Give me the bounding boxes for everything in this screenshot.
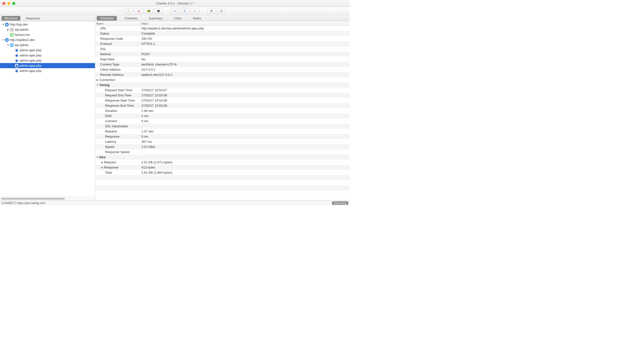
tree-row[interactable]: favicon.ico <box>0 32 95 37</box>
folder-icon <box>10 43 14 47</box>
disclosure-icon[interactable]: ▶ <box>101 166 104 169</box>
detail-row[interactable]: Latency367 ms <box>95 139 350 144</box>
detail-row[interactable]: SSL Handshake- <box>95 124 350 129</box>
throttle-button[interactable]: 🐢 <box>144 8 153 14</box>
file-icon: ⬤ <box>15 64 19 68</box>
detail-value: 200 OK <box>140 37 350 40</box>
tree-row[interactable]: ⬤admin-ajax.php <box>0 68 95 73</box>
tab-overview[interactable]: Overview <box>97 16 117 21</box>
zoom-icon[interactable] <box>12 2 15 5</box>
detail-row[interactable]: DNS2 ms <box>95 113 350 118</box>
breakpoints-button[interactable]: ⬢ <box>154 8 163 14</box>
detail-value: text/html; charset=UTF-8 <box>140 63 350 66</box>
tab-summary[interactable]: Summary <box>145 16 166 21</box>
detail-row[interactable]: ▼Timing <box>95 82 350 88</box>
disclosure-icon[interactable]: ▶ <box>7 28 9 31</box>
tab-chart[interactable]: Chart <box>170 16 185 21</box>
tree-row[interactable]: ⬤admin-ajax.php <box>0 63 95 68</box>
file-icon: ⬤ <box>15 53 19 57</box>
disclosure-icon[interactable]: ▼ <box>96 84 99 86</box>
tab-sequence[interactable]: Sequence <box>23 16 43 21</box>
disclosure-icon[interactable]: ▼ <box>2 39 4 41</box>
sidebar-tabs: Structure Sequence <box>0 15 95 21</box>
detail-row[interactable]: ▶Request2.51 KB (2,571 bytes) <box>95 160 350 165</box>
col-value[interactable]: Value <box>140 21 350 26</box>
detail-name: SSL Handshake <box>105 124 128 128</box>
tree-row[interactable]: ▼●http://wpdev2.dev <box>0 37 95 42</box>
detail-row[interactable]: Content-Typetext/html; charset=UTF-8 <box>95 62 350 67</box>
minimize-icon[interactable] <box>7 2 10 5</box>
detail-row[interactable]: ▶Response413 bytes <box>95 165 350 170</box>
gear-icon: ⚙ <box>220 9 223 13</box>
disclosure-icon[interactable]: ▶ <box>96 78 99 81</box>
detail-name: Request <box>105 130 117 133</box>
compose-button[interactable]: ✏ <box>171 8 180 14</box>
detail-row[interactable]: Response Start Time27/03/17 10:53:08 <box>95 98 350 103</box>
detail-row[interactable]: Request End Time27/03/17 10:53:08 <box>95 93 350 98</box>
disclosure-icon[interactable]: ▼ <box>7 44 9 46</box>
detail-rows[interactable]: URLhttp://wpdev2.dev/wp-admin/admin-ajax… <box>95 26 350 200</box>
tree-label: wp-admin <box>15 28 28 31</box>
detail-row[interactable]: Speed2.03 KB/s <box>95 144 350 149</box>
detail-value: 413 bytes <box>140 166 350 169</box>
close-icon[interactable] <box>2 2 5 5</box>
file-icon: ⬤ <box>15 69 19 73</box>
tree-row[interactable]: ⬤admin-ajax.php <box>0 48 95 53</box>
detail-row[interactable]: Response Code200 OK <box>95 36 350 41</box>
detail-value: http://wpdev2.dev/wp-admin/admin-ajax.ph… <box>140 26 350 30</box>
disclosure-icon[interactable]: ▼ <box>96 156 99 158</box>
tab-notes[interactable]: Notes <box>189 16 205 21</box>
detail-value: 1.44 sec <box>140 109 350 113</box>
record-button[interactable]: ● <box>134 8 143 14</box>
tree-label: admin-ajax.php <box>20 59 41 62</box>
detail-row[interactable]: Kept AliveNo <box>95 57 350 62</box>
scroll-thumb[interactable] <box>1 198 65 200</box>
tree-row[interactable]: ▼wp-admin <box>0 42 95 48</box>
detail-value: wpdev2.dev/127.0.0.1 <box>140 73 350 77</box>
tree-row[interactable]: ⬤admin-ajax.php <box>0 58 95 63</box>
detail-row[interactable]: Total2.91 KB (2,984 bytes) <box>95 170 350 175</box>
disclosure-icon[interactable]: ▼ <box>2 23 4 26</box>
detail-row[interactable]: Remote Addresswpdev2.dev/127.0.0.1 <box>95 72 350 77</box>
detail-row[interactable]: ▶Connection <box>95 77 350 82</box>
detail-row[interactable]: Request Start Time27/03/17 10:53:07 <box>95 88 350 93</box>
col-name[interactable]: Name <box>95 21 140 26</box>
detail-row[interactable]: MethodPOST <box>95 52 350 57</box>
detail-row[interactable]: Duration1.44 sec <box>95 108 350 113</box>
turtle-icon: 🐢 <box>147 9 151 13</box>
detail-row[interactable]: Response0 ms <box>95 134 350 139</box>
tab-structure[interactable]: Structure <box>1 16 20 21</box>
statusbar: CONNECT https://pbs.twimg.com Recording <box>0 200 350 206</box>
detail-value: HTTP/1.1 <box>140 42 350 46</box>
detail-name: Connect <box>105 119 117 123</box>
tree-row[interactable]: ⬤admin-ajax.php <box>0 53 95 58</box>
detail-row[interactable]: ▼Size <box>95 155 350 160</box>
tree-row[interactable]: ▼●http://wp.dev <box>0 22 95 27</box>
settings-button[interactable]: ⚙ <box>217 8 226 14</box>
detail-row[interactable]: SSL- <box>95 46 350 52</box>
broom-button[interactable]: ✎ <box>124 8 133 14</box>
detail-row[interactable]: URLhttp://wpdev2.dev/wp-admin/admin-ajax… <box>95 26 350 31</box>
repeat-button[interactable]: ⟳ <box>181 8 189 14</box>
detail-value: - <box>140 47 350 51</box>
detail-row[interactable]: Response Speed- <box>95 149 350 155</box>
validate-button[interactable]: ✔ <box>190 8 199 14</box>
detail-name: Status <box>100 32 109 35</box>
session-tree[interactable]: ▼●http://wp.dev▶wp-adminfavicon.ico▼●htt… <box>0 21 95 197</box>
tools-button[interactable]: ✖ <box>207 8 216 14</box>
detail-value: 27/03/17 10:53:08 <box>140 99 350 102</box>
detail-row[interactable]: Connect0 ms <box>95 118 350 124</box>
detail-value: 2.03 KB/s <box>140 145 350 149</box>
pencil-icon: ✏ <box>174 9 176 13</box>
detail-row[interactable]: ProtocolHTTP/1.1 <box>95 41 350 46</box>
detail-row[interactable]: Response End Time27/03/17 10:53:08 <box>95 103 350 108</box>
detail-row[interactable]: Client Address/127.0.0.1 <box>95 67 350 72</box>
horizontal-scrollbar[interactable] <box>0 197 95 200</box>
tab-contents[interactable]: Contents <box>121 16 141 21</box>
detail-name: Total <box>105 171 112 174</box>
tree-row[interactable]: ▶wp-admin <box>0 27 95 32</box>
disclosure-icon[interactable]: ▶ <box>101 161 104 164</box>
detail-row[interactable]: StatusComplete <box>95 31 350 36</box>
detail-value: 2 ms <box>140 114 350 118</box>
detail-row[interactable]: Request1.07 sec <box>95 129 350 134</box>
